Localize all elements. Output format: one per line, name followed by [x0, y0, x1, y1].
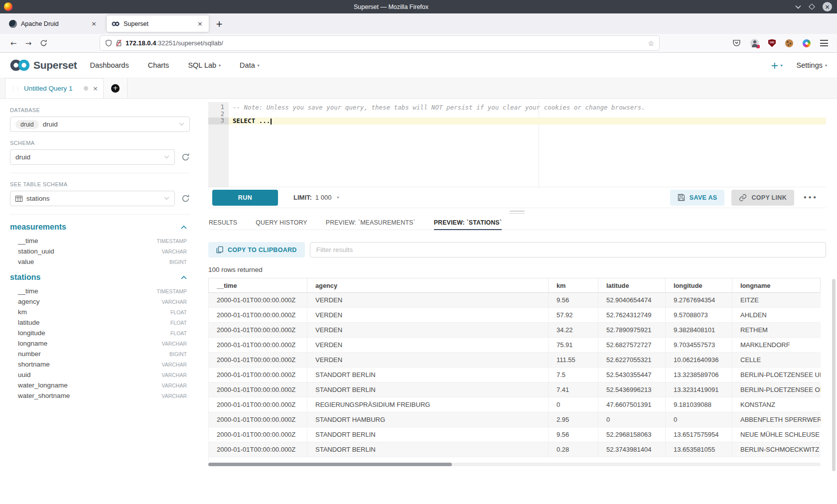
table-section-measurements[interactable]: measurements	[10, 223, 190, 232]
cell-latitude: 52.7890975921	[598, 323, 666, 337]
tab-preview-measurements[interactable]: PREVIEW: `MEASUREMENTS`	[326, 215, 416, 230]
refresh-table-icon[interactable]	[181, 194, 190, 203]
table-row[interactable]: 2000-01-01T00:00:00.000Z REGIERUNGSPRÄSI…	[209, 397, 821, 412]
cell-longitude: 10.0621640936	[666, 353, 732, 367]
save-icon	[678, 194, 685, 201]
cell-agency: VERDEN	[307, 353, 549, 367]
database-select[interactable]: druid druid	[10, 117, 190, 132]
back-icon[interactable]: ←	[6, 39, 21, 48]
table-row[interactable]: 2000-01-01T00:00:00.000Z STANDORT BERLIN…	[209, 442, 821, 457]
table-name[interactable]: measurements	[10, 223, 66, 232]
chevron-down-icon	[179, 123, 184, 126]
menu-icon[interactable]	[820, 40, 828, 46]
schema-select[interactable]: druid	[10, 149, 175, 165]
drag-handle-icon[interactable]: ⋮⋮	[10, 85, 19, 92]
insecure-lock-icon[interactable]	[116, 39, 122, 47]
table-row[interactable]: 2000-01-01T00:00:00.000Z STANDORT BERLIN…	[209, 382, 821, 397]
column-header-longname[interactable]: longname	[732, 278, 820, 292]
more-options-icon[interactable]: •••	[801, 194, 820, 201]
table-row[interactable]: 2000-01-01T00:00:00.000Z STANDORT BERLIN…	[209, 368, 821, 382]
forward-icon[interactable]: →	[21, 39, 36, 48]
cell-time: 2000-01-01T00:00:00.000Z	[209, 368, 307, 382]
editor-code-area[interactable]: -- Note: Unless you save your query, the…	[229, 102, 826, 187]
chevron-up-icon[interactable]	[181, 275, 187, 279]
table-row[interactable]: 2000-01-01T00:00:00.000Z VERDEN 111.55 5…	[209, 353, 821, 368]
cookie-icon[interactable]	[785, 39, 793, 47]
table-row[interactable]: 2000-01-01T00:00:00.000Z STANDORT BERLIN…	[209, 427, 821, 442]
window-close-icon[interactable]: ×	[823, 2, 832, 11]
table-row[interactable]: 2000-01-01T00:00:00.000Z VERDEN 75.91 52…	[209, 338, 821, 353]
filter-results-input[interactable]	[310, 242, 826, 257]
horizontal-scrollbar[interactable]	[208, 463, 821, 466]
column-header-longitude[interactable]: longitude	[666, 278, 732, 292]
pocket-icon[interactable]	[732, 39, 741, 47]
sql-editor[interactable]: 1 2 3 -- Note: Unless you save your quer…	[208, 102, 826, 187]
table-row[interactable]: 2000-01-01T00:00:00.000Z VERDEN 9.56 52.…	[209, 293, 821, 308]
resize-handle-icon[interactable]	[510, 211, 525, 215]
column-name: uuid	[18, 371, 31, 378]
nav-items: Dashboards Charts SQL Lab▾ Data▾	[90, 61, 259, 69]
column-row: water_shortname VARCHAR	[10, 390, 190, 401]
cell-agency: VERDEN	[307, 293, 549, 307]
link-icon	[739, 194, 747, 202]
column-header-time[interactable]: __time	[209, 278, 307, 292]
column-row: value BIGINT	[10, 256, 190, 267]
save-as-button[interactable]: SAVE AS	[670, 190, 725, 206]
table-row[interactable]: 2000-01-01T00:00:00.000Z STANDORT HAMBUR…	[209, 412, 821, 427]
add-new-button[interactable]: +▾	[771, 60, 783, 71]
new-tab-icon[interactable]: +	[216, 19, 223, 29]
column-row: km FLOAT	[10, 307, 190, 317]
limit-value: 1 000	[315, 194, 332, 201]
see-table-schema-label: SEE TABLE SCHEMA	[10, 181, 190, 187]
table-select[interactable]: stations	[10, 191, 175, 206]
column-header-km[interactable]: km	[549, 278, 598, 292]
refresh-schema-icon[interactable]	[181, 153, 190, 161]
window-minimize-icon[interactable]	[795, 5, 801, 9]
settings-menu[interactable]: Settings▾	[797, 61, 827, 69]
table-row[interactable]: 2000-01-01T00:00:00.000Z VERDEN 57.92 52…	[209, 308, 821, 323]
table-name[interactable]: stations	[10, 273, 40, 282]
browser-tab-apache-druid[interactable]: Apache Druid ×	[4, 15, 103, 32]
tab-preview-stations[interactable]: PREVIEW: `STATIONS`	[434, 215, 502, 230]
ublock-icon[interactable]: UO	[768, 39, 776, 47]
shield-icon[interactable]	[105, 39, 112, 47]
extension-icon[interactable]	[750, 39, 759, 47]
bookmark-star-icon[interactable]: ☆	[648, 39, 654, 47]
tab-results[interactable]: RESULTS	[209, 215, 237, 230]
copy-link-button[interactable]: COPY LINK	[731, 190, 794, 206]
nav-item-dashboards[interactable]: Dashboards	[90, 61, 129, 69]
tab-close-icon[interactable]: ×	[90, 20, 98, 27]
url-field[interactable]: 172.18.0.4:32251/superset/sqllab/ ☆	[100, 36, 659, 50]
run-button[interactable]: RUN	[212, 190, 278, 206]
navbar-right: +▾ Settings▾	[771, 60, 827, 71]
results-table: __time agency km latitude longitude long…	[208, 278, 821, 466]
column-header-latitude[interactable]: latitude	[598, 278, 666, 292]
line-number: 1	[208, 104, 224, 111]
copy-to-clipboard-button[interactable]: COPY TO CLIPBOARD	[208, 242, 305, 257]
extension-colorful-icon[interactable]	[803, 39, 811, 47]
row-count-label: 100 rows returned	[208, 266, 826, 273]
table-row[interactable]: 2000-01-01T00:00:00.000Z VERDEN 34.22 52…	[209, 323, 821, 338]
tab-query-history[interactable]: QUERY HISTORY	[256, 215, 307, 230]
table-section-stations[interactable]: stations	[10, 273, 190, 282]
nav-item-sql-lab[interactable]: SQL Lab▾	[188, 61, 221, 69]
limit-control[interactable]: LIMIT: 1 000 ▾	[293, 194, 339, 201]
query-tab-untitled[interactable]: ⋮⋮ Untitled Query 1 ×	[5, 78, 104, 98]
nav-item-data[interactable]: Data▾	[240, 61, 260, 69]
cell-time: 2000-01-01T00:00:00.000Z	[209, 412, 307, 427]
window-maximize-icon[interactable]	[809, 3, 815, 10]
column-header-agency[interactable]: agency	[307, 278, 549, 292]
nav-item-charts[interactable]: Charts	[148, 61, 169, 69]
line-number: 2	[208, 111, 224, 118]
superset-favicon	[112, 20, 120, 28]
reload-icon[interactable]	[40, 39, 47, 47]
chevron-up-icon[interactable]	[181, 225, 187, 229]
vertical-scrollbar[interactable]	[832, 279, 836, 471]
browser-tab-superset[interactable]: Superset ×	[107, 15, 209, 32]
query-tab-close-icon[interactable]: ×	[93, 85, 98, 92]
superset-brand[interactable]: Superset	[10, 59, 77, 72]
tab-close-icon[interactable]: ×	[196, 20, 204, 27]
pane-resize-divider[interactable]	[208, 208, 826, 215]
horizontal-scrollbar-thumb[interactable]	[208, 463, 452, 466]
add-query-tab[interactable]: +	[104, 78, 128, 98]
